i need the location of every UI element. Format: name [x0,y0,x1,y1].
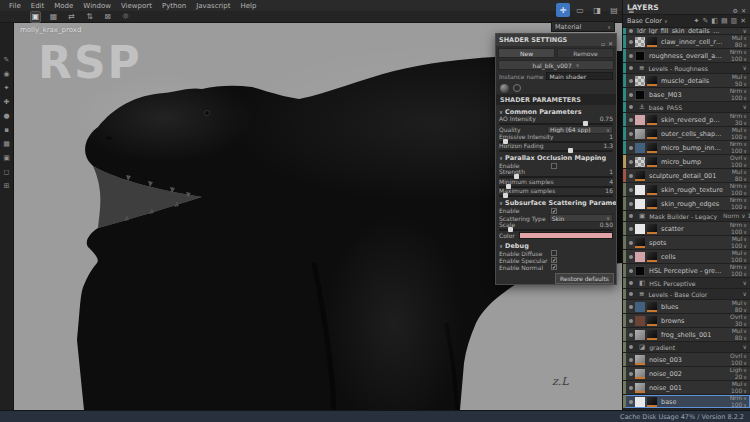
mirror-y-icon[interactable]: ⇅ [84,12,95,22]
menu-javascript[interactable]: Javascript [191,2,235,10]
visibility-toggle[interactable] [626,93,635,97]
slider-knob[interactable] [514,174,519,179]
opacity-value[interactable]: 80∨ [723,335,747,342]
visibility-toggle[interactable] [626,281,635,285]
param-checkbox[interactable]: ✓ [551,208,557,214]
layer-thumbnail[interactable] [635,238,645,248]
display-settings-icon[interactable]: ☼ [120,12,131,22]
clone-tool-icon[interactable]: ▪ [4,127,9,134]
effect-controls[interactable]: ∨ [723,344,750,351]
layer-thumbnail[interactable] [647,129,657,139]
restore-defaults-button[interactable]: Restore defaults [555,273,614,284]
visibility-toggle[interactable] [626,333,635,337]
visibility-toggle[interactable] [626,40,635,44]
shader-ball-icon[interactable] [500,84,509,93]
projection-tool-icon[interactable]: ✦ [4,85,10,92]
smudge-tool-icon[interactable]: ● [3,113,9,120]
visibility-toggle[interactable] [626,214,635,218]
param-slider[interactable] [499,141,613,143]
layer-row[interactable]: spotsMul∨100∨ [623,236,750,250]
stencil-icon[interactable]: ≣ [624,3,638,17]
slider-knob[interactable] [508,227,513,232]
layer-thumbnail[interactable] [647,115,657,125]
layer-blend-opacity[interactable]: Nrm∨100∨ [723,264,750,277]
menu-edit[interactable]: Edit [26,2,50,10]
layer-row[interactable]: outer_cells_shapingMul∨100∨ [623,127,750,141]
layer-row[interactable]: bluesMul∨80∨ [623,300,750,314]
effect-row[interactable]: ≣Levels - Roughness∨ [623,63,750,74]
color-swatch[interactable] [519,232,613,239]
opacity-value[interactable]: 100∨ [723,402,747,409]
visibility-toggle[interactable] [626,160,635,164]
layer-thumbnail[interactable] [647,157,657,167]
section-header[interactable]: ∨Parallax Occlusion Mapping [499,154,613,162]
shader-select-dropdown[interactable]: hal_blk_v007 ∨ [498,60,614,70]
layer-thumbnail[interactable] [647,37,657,47]
effect-controls[interactable]: Norm ∨ 100 ∨ [723,213,750,220]
menu-mode[interactable]: Mode [49,2,78,10]
layer-thumbnail[interactable] [635,51,645,61]
visibility-toggle[interactable] [626,319,635,323]
layer-thumbnail[interactable] [635,383,645,393]
effect-row[interactable]: ≣Levels - Base Color∨ [623,289,750,300]
layer-row[interactable]: noise_001Mul∨100∨ [623,381,750,395]
add-folder-icon[interactable]: ▥ [731,17,738,25]
close-icon[interactable]: ✕ [741,7,746,14]
layer-thumbnail[interactable] [647,316,657,326]
visibility-toggle[interactable] [626,105,635,109]
opacity-value[interactable]: 100∨ [723,204,747,211]
param-slider[interactable] [499,186,613,188]
add-fill-layer-icon[interactable]: ◧ [711,17,718,25]
shader-tab-remove[interactable]: Remove [557,48,614,58]
param-slider[interactable] [499,150,613,152]
layer-blend-opacity[interactable]: Nrm∨100∨ [723,197,750,210]
layer-row[interactable]: ldr_lgr_fill_skin_details_mix∨ [623,28,750,35]
slider-knob[interactable] [583,121,588,126]
effect-row[interactable]: ◧HSL Perceptive∨ [623,278,750,289]
layer-blend-opacity[interactable]: Ovrl∨100∨ [723,353,750,366]
slider-knob[interactable] [568,148,573,153]
opacity-value[interactable]: 100∨ [723,95,747,102]
layer-blend-opacity[interactable]: Mul∨50∨ [723,74,750,87]
menu-help[interactable]: Help [236,2,262,10]
visibility-toggle[interactable] [626,79,635,83]
layer-row[interactable]: noise_003Ovrl∨100∨ [623,353,750,367]
layer-row[interactable]: skin_reversed_pores_sharpNrm∨30∨ [623,113,750,127]
section-header[interactable]: ∨Subsurface Scattering Parameters [499,199,613,207]
opacity-value[interactable]: 100∨ [723,56,747,63]
delete-layer-icon[interactable]: ✕ [740,17,746,25]
visibility-toggle[interactable] [626,66,635,70]
visibility-toggle[interactable] [626,292,635,296]
mask-thumbnail[interactable] [635,37,645,47]
visibility-toggle[interactable] [626,255,635,259]
layer-blend-opacity[interactable]: Nrm∨100∨ [723,222,750,235]
layer-thumbnail[interactable] [635,90,645,100]
layer-thumbnail[interactable] [647,199,657,209]
mask-thumbnail[interactable] [635,252,645,262]
section-header[interactable]: ∨Debug [499,242,613,250]
shader-update-icon[interactable] [513,84,521,92]
visibility-toggle[interactable] [626,188,635,192]
layer-row[interactable]: baseNrm∨100∨ [623,395,750,409]
mask-thumbnail[interactable] [635,199,645,209]
visibility-toggle[interactable] [626,386,635,390]
mask-thumbnail[interactable] [635,185,645,195]
marquee-icon[interactable]: ▭ [573,3,587,17]
layer-blend-opacity[interactable]: Nrm∨100∨ [723,141,750,154]
layer-thumbnail[interactable] [647,143,657,153]
menu-python[interactable]: Python [157,2,191,10]
visibility-toggle[interactable] [626,372,635,376]
layer-blend-opacity[interactable]: Ligh∨20∨ [723,367,750,380]
layer-blend-opacity[interactable]: Mul∨100∨ [723,381,750,394]
quick-mask-icon[interactable]: ▣ [3,155,10,162]
param-checkbox[interactable] [551,163,557,169]
effect-controls[interactable]: ∨ [723,291,750,298]
layer-thumbnail[interactable] [647,185,657,195]
layer-blend-opacity[interactable]: Mul∨80∨ [723,169,750,182]
mirror-x-icon[interactable]: ⇄ [66,12,77,22]
effect-controls[interactable]: ∨ [723,104,750,111]
param-dropdown[interactable]: High (64 spp)∨ [547,126,613,134]
material-picker-icon[interactable]: ▦ [3,141,10,148]
param-checkbox[interactable]: ✓ [551,264,557,270]
visibility-toggle[interactable] [626,241,635,245]
